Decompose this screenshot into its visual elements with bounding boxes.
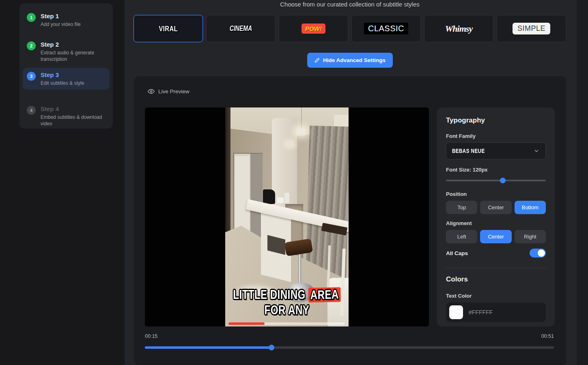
typography-heading: Typography xyxy=(446,116,485,125)
scene-stool-stem xyxy=(298,253,301,286)
position-button-group: Top Center Bottom xyxy=(446,201,546,214)
all-caps-toggle-knob xyxy=(538,249,545,257)
settings-panel: Typography Font Family BEBAS NEUE Font S… xyxy=(437,107,555,326)
colors-heading: Colors xyxy=(446,275,468,283)
step-4-description: Embed subtitles & download video xyxy=(41,114,103,127)
font-family-select[interactable]: BEBAS NEUE xyxy=(446,142,546,159)
subtitle-styles-caption: Choose from our curated collection of su… xyxy=(134,1,566,8)
steps-sidebar: 1 Step 1 Add your video file 2 Step 2 Ex… xyxy=(0,0,125,365)
text-color-label: Text Color xyxy=(446,293,472,299)
alignment-left-button[interactable]: Left xyxy=(446,230,477,243)
alignment-center-button[interactable]: Center xyxy=(480,230,511,243)
panel-divider xyxy=(446,268,546,268)
style-preset-simple[interactable]: SIMPLE xyxy=(497,15,566,42)
sidebar-step-2[interactable]: 2 Step 2 Extract audio & generate transc… xyxy=(23,37,110,66)
text-color-swatch[interactable] xyxy=(449,305,463,319)
font-size-label: Font Size: 120px xyxy=(446,167,488,173)
position-center-button[interactable]: Center xyxy=(480,201,511,214)
style-preset-viral[interactable]: VIRAL xyxy=(134,15,203,42)
sidebar-step-3[interactable]: 3 Step 3 Edit subtitles & style xyxy=(23,68,110,90)
video-inline-progress-fill xyxy=(228,322,265,325)
all-caps-toggle[interactable] xyxy=(530,249,546,258)
position-label: Position xyxy=(446,191,467,197)
step-3-title: Step 3 xyxy=(41,71,84,79)
timeline-slider[interactable] xyxy=(145,346,554,349)
step-1-number-badge: 1 xyxy=(27,13,36,22)
total-time-label: 00:51 xyxy=(541,333,554,339)
step-3-number-badge: 3 xyxy=(27,72,36,81)
step-4-title: Step 4 xyxy=(41,105,103,113)
text-color-field[interactable]: #FFFFFF xyxy=(446,303,546,322)
subtitle-line-2: FOR ANY xyxy=(265,303,310,318)
live-preview-header: Live Preview xyxy=(148,88,190,95)
step-1-title: Step 1 xyxy=(41,12,81,20)
scene-bottle xyxy=(284,193,289,203)
font-size-slider[interactable] xyxy=(446,180,546,181)
video-inline-progress-bar xyxy=(228,322,345,325)
preview-card: Live Preview xyxy=(134,76,566,365)
sidebar-step-1[interactable]: 1 Step 1 Add your video file xyxy=(23,9,110,31)
position-bottom-button[interactable]: Bottom xyxy=(515,201,546,214)
timeline-thumb[interactable] xyxy=(269,345,274,350)
video-scene: LITTLE DINING AREA FOR ANY xyxy=(225,107,349,326)
position-top-button[interactable]: Top xyxy=(446,201,477,214)
scene-cup xyxy=(277,198,284,203)
pow-label: POW! xyxy=(302,24,325,34)
video-preview-frame[interactable]: LITTLE DINING AREA FOR ANY xyxy=(145,107,429,326)
step-2-description: Extract audio & generate transcription xyxy=(41,49,106,62)
subtitle-overlay: LITTLE DINING AREA FOR ANY xyxy=(225,288,349,318)
whimsy-label: Whimsy xyxy=(445,24,472,34)
classic-label: CLASSIC xyxy=(364,23,408,34)
subtitle-highlight-word: AREA xyxy=(308,287,341,303)
step-4-number-badge: 4 xyxy=(27,106,36,115)
step-1-description: Add your video file xyxy=(41,21,81,28)
step-2-number-badge: 2 xyxy=(27,41,36,50)
current-time-label: 00:15 xyxy=(145,333,157,339)
alignment-button-group: Left Center Right xyxy=(446,230,546,243)
alignment-label: Alignment xyxy=(446,220,472,226)
subtitle-line-1-text: LITTLE DINING xyxy=(233,288,306,302)
live-preview-label: Live Preview xyxy=(158,88,190,94)
right-scroll-gutter[interactable] xyxy=(577,0,588,365)
style-presets-row: VIRAL CINEMA POW! CLASSIC Whimsy SIMPLE xyxy=(134,15,566,42)
step-2-title: Step 2 xyxy=(41,41,106,49)
cinema-label: CINEMA xyxy=(230,24,252,32)
eye-icon xyxy=(148,88,155,95)
hide-advanced-settings-button[interactable]: Hide Advanced Settings xyxy=(307,53,393,68)
scene-mirror-light xyxy=(235,156,250,237)
style-preset-cinema[interactable]: CINEMA xyxy=(206,15,276,42)
hide-advanced-settings-label: Hide Advanced Settings xyxy=(323,57,386,63)
timeline-fill xyxy=(145,346,271,349)
font-family-label: Font Family xyxy=(446,133,476,139)
pencil-icon xyxy=(314,58,320,63)
style-preset-whimsy[interactable]: Whimsy xyxy=(424,15,493,42)
alignment-right-button[interactable]: Right xyxy=(515,230,546,243)
viral-label: VIRAL xyxy=(159,24,177,33)
style-preset-pow[interactable]: POW! xyxy=(279,15,348,42)
text-color-value: #FFFFFF xyxy=(469,309,493,316)
step-3-description: Edit subtitles & style xyxy=(41,80,84,86)
steps-card: 1 Step 1 Add your video file 2 Step 2 Ex… xyxy=(19,3,113,129)
all-caps-label: All Caps xyxy=(446,250,468,256)
chevron-down-icon xyxy=(533,148,540,154)
simple-label: SIMPLE xyxy=(513,23,550,34)
font-size-slider-thumb[interactable] xyxy=(500,178,506,183)
scene-pendant-lamp xyxy=(297,129,306,135)
style-preset-classic[interactable]: CLASSIC xyxy=(351,15,421,42)
font-family-value: BEBAS NEUE xyxy=(452,147,485,154)
scene-pendant-lamp-2 xyxy=(287,142,293,146)
sidebar-step-4[interactable]: 4 Step 4 Embed subtitles & download vide… xyxy=(23,102,110,130)
scene-lamp-wire xyxy=(301,107,302,129)
scene-kettle xyxy=(263,189,275,204)
subtitle-line-1: LITTLE DINING AREA xyxy=(233,288,341,302)
